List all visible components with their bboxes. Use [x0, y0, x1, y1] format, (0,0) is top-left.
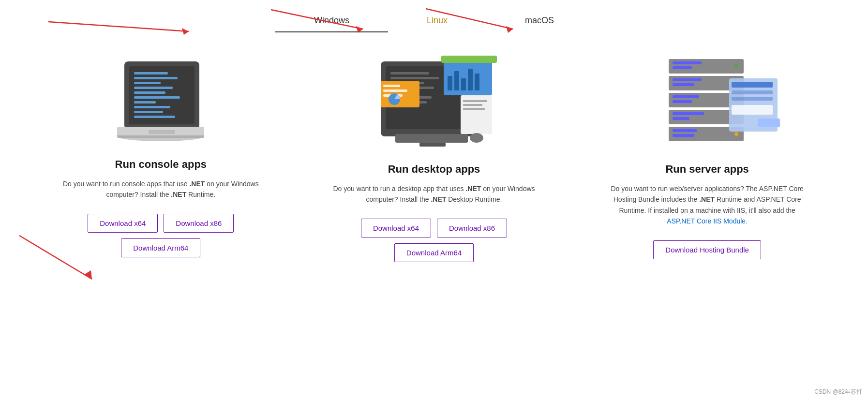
svg-rect-52 — [673, 61, 702, 64]
svg-rect-60 — [673, 95, 699, 98]
server-btn-group: Download Hosting Bundle — [653, 240, 761, 259]
os-tabs: Windows Linux macOS — [0, 10, 868, 32]
tab-linux-label: Linux — [427, 15, 448, 25]
svg-rect-41 — [468, 69, 473, 90]
svg-rect-16 — [134, 101, 156, 104]
svg-rect-72 — [732, 82, 773, 88]
watermark: CSDN @82年苏打 — [814, 388, 862, 396]
server-btn-row-1: Download Hosting Bundle — [653, 240, 761, 259]
svg-rect-17 — [134, 106, 170, 108]
console-title: Run console apps — [115, 158, 207, 171]
download-x64-desktop-button[interactable]: Download x64 — [361, 219, 431, 237]
download-x86-console-button[interactable]: Download x86 — [164, 214, 234, 233]
svg-rect-57 — [673, 83, 694, 86]
console-btn-group: Download x64 Download x86 Download Arm64 — [88, 214, 234, 257]
svg-point-54 — [734, 64, 738, 68]
svg-rect-15 — [134, 96, 180, 99]
svg-point-49 — [470, 133, 483, 143]
svg-rect-34 — [383, 85, 400, 87]
svg-rect-40 — [461, 78, 466, 90]
svg-rect-18 — [134, 111, 163, 113]
svg-rect-38 — [448, 76, 452, 90]
svg-rect-21 — [149, 130, 175, 134]
server-desc: Do you want to run web/server applicatio… — [606, 183, 809, 227]
svg-marker-78 — [85, 270, 92, 279]
svg-rect-11 — [134, 77, 178, 79]
svg-rect-13 — [134, 87, 173, 89]
iis-module-link[interactable]: ASP.NET Core IIS Module — [667, 217, 746, 225]
console-desc: Do you want to run console apps that use… — [59, 178, 262, 200]
svg-rect-23 — [419, 143, 446, 147]
download-hosting-bundle-button[interactable]: Download Hosting Bundle — [653, 240, 761, 259]
console-btn-row-1: Download x64 Download x86 — [88, 214, 234, 233]
tab-windows[interactable]: Windows — [275, 10, 388, 32]
svg-rect-75 — [732, 105, 773, 115]
svg-point-70 — [734, 132, 738, 136]
desktop-illustration — [366, 52, 502, 148]
svg-rect-35 — [383, 89, 407, 92]
svg-rect-27 — [390, 77, 439, 79]
svg-rect-56 — [673, 78, 702, 81]
svg-rect-76 — [758, 119, 780, 127]
tab-linux[interactable]: Linux — [388, 10, 486, 32]
columns-wrapper: Run console apps Do you want to run cons… — [0, 52, 868, 262]
svg-rect-47 — [463, 108, 485, 110]
svg-rect-69 — [673, 134, 694, 137]
desktop-title: Run desktop apps — [388, 163, 480, 176]
server-title: Run server apps — [665, 163, 748, 176]
download-arm64-desktop-button[interactable]: Download Arm64 — [394, 243, 474, 262]
svg-rect-53 — [673, 66, 692, 69]
tab-macos-label: macOS — [525, 15, 554, 25]
laptop-illustration — [98, 52, 224, 144]
svg-rect-10 — [134, 72, 168, 74]
svg-rect-26 — [390, 72, 429, 74]
download-x64-console-button[interactable]: Download x64 — [88, 214, 158, 233]
tab-macos[interactable]: macOS — [486, 10, 593, 32]
svg-rect-61 — [673, 100, 692, 103]
tab-windows-label: Windows — [314, 15, 349, 25]
svg-rect-65 — [673, 117, 689, 120]
desktop-btn-group: Download x64 Download x86 Download Arm64 — [361, 219, 507, 262]
download-arm64-console-button[interactable]: Download Arm64 — [121, 238, 200, 257]
svg-rect-46 — [463, 104, 482, 106]
svg-rect-42 — [475, 74, 479, 90]
console-column: Run console apps Do you want to run cons… — [35, 52, 286, 257]
svg-rect-19 — [134, 116, 175, 118]
desktop-btn-row-1: Download x64 Download x86 — [361, 219, 507, 237]
server-column: Run server apps Do you want to run web/s… — [582, 52, 833, 259]
svg-rect-64 — [673, 112, 704, 115]
svg-rect-73 — [732, 90, 773, 94]
svg-rect-14 — [134, 91, 165, 94]
download-x86-desktop-button[interactable]: Download x86 — [437, 219, 507, 237]
svg-rect-74 — [732, 97, 773, 101]
svg-rect-45 — [463, 100, 487, 102]
desktop-desc: Do you want to run a desktop app that us… — [332, 183, 536, 205]
svg-rect-68 — [673, 129, 697, 132]
svg-rect-48 — [395, 134, 468, 143]
console-btn-row-2: Download Arm64 — [121, 238, 200, 257]
svg-rect-39 — [454, 71, 459, 90]
server-illustration — [640, 52, 775, 148]
svg-rect-12 — [134, 82, 161, 84]
desktop-column: Run desktop apps Do you want to run a de… — [308, 52, 560, 262]
desktop-btn-row-2: Download Arm64 — [394, 243, 474, 262]
svg-rect-43 — [441, 56, 497, 63]
